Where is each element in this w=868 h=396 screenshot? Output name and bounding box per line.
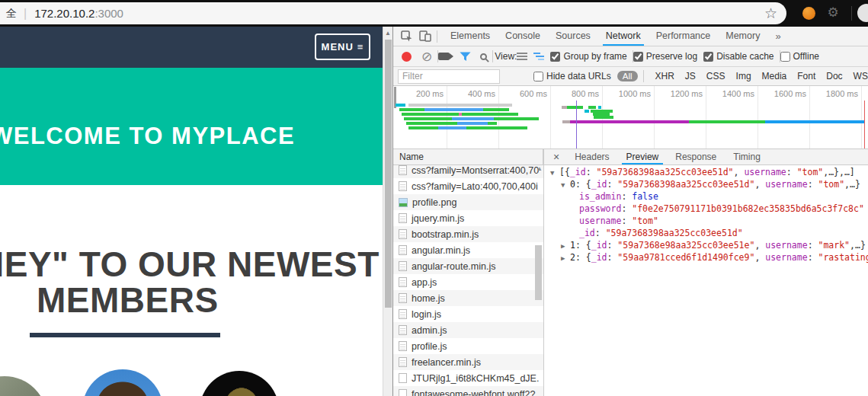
tab-console[interactable]: Console xyxy=(498,27,548,46)
tab-network[interactable]: Network xyxy=(598,27,649,46)
name-column-header[interactable]: Name xyxy=(393,149,543,165)
filter-type-css[interactable]: CSS xyxy=(706,71,725,81)
search-icon[interactable] xyxy=(480,53,487,60)
filter-all-pill[interactable]: All xyxy=(617,71,638,81)
document-file-icon xyxy=(399,341,407,351)
extension-icon[interactable] xyxy=(802,7,815,20)
tick-label: 1600 ms xyxy=(764,89,806,98)
tick-label: 600 ms xyxy=(504,89,547,98)
gear-icon[interactable]: ⚙ xyxy=(825,5,841,21)
tab-memory[interactable]: Memory xyxy=(718,27,767,46)
tab-performance[interactable]: Performance xyxy=(649,27,719,46)
address-bar[interactable]: 全 | 172.20.10.2 :3000 ☆ xyxy=(0,2,786,24)
network-request-row[interactable]: profile.png xyxy=(393,194,543,210)
network-request-row[interactable]: angular.min.js xyxy=(393,242,543,258)
more-tabs-chevron-icon[interactable]: » xyxy=(767,27,788,46)
menu-button[interactable]: MENU ≡ xyxy=(315,34,370,60)
offline-checkbox[interactable]: Offline xyxy=(780,51,819,62)
member-avatar-1[interactable] xyxy=(0,376,47,396)
network-request-row[interactable]: app.js xyxy=(393,274,543,290)
network-request-row[interactable]: admin.js xyxy=(393,322,543,338)
bookmark-star-icon[interactable]: ☆ xyxy=(764,5,777,22)
disclosure-triangle-icon[interactable]: ▼ xyxy=(561,179,570,191)
json-tree-line[interactable]: ▶1: {_id: "59a7368e98aa325cc03ee51e", us… xyxy=(544,239,868,251)
filter-type-js[interactable]: JS xyxy=(685,71,696,81)
json-token-pln: : xyxy=(595,228,606,238)
browser-avatar[interactable] xyxy=(857,4,868,22)
detail-tab-response[interactable]: Response xyxy=(667,149,725,164)
json-tree-line[interactable]: ▼[{_id: "59a7368398aa325cc03ee51d", user… xyxy=(544,166,868,178)
filter-type-img[interactable]: Img xyxy=(736,71,751,81)
document-file-icon xyxy=(399,261,407,271)
filter-type-ws[interactable]: WS xyxy=(854,71,868,81)
document-file-icon xyxy=(399,293,407,303)
json-token-pln: : xyxy=(586,167,597,177)
waterfall-bar xyxy=(570,120,689,123)
network-request-row[interactable]: css?family=Lato:400,700,400i xyxy=(393,178,543,194)
member-avatar-3[interactable] xyxy=(200,371,279,396)
network-request-row[interactable]: login.js xyxy=(393,306,543,322)
page-scrollbar[interactable]: ▲ xyxy=(383,27,392,396)
close-icon[interactable]: × xyxy=(553,151,559,163)
json-token-str: "59a7368398aa325cc03ee51d" xyxy=(606,228,743,238)
json-token-key: is_admin xyxy=(579,191,621,202)
clear-icon[interactable]: ⊘ xyxy=(421,50,432,63)
network-request-row[interactable]: jquery.min.js xyxy=(393,210,543,226)
document-file-icon xyxy=(399,357,407,367)
filter-type-font[interactable]: Font xyxy=(797,71,815,81)
network-request-row[interactable]: profile.js xyxy=(393,338,543,354)
detail-tab-headers[interactable]: Headers xyxy=(566,149,617,164)
security-indicator[interactable]: 全 xyxy=(6,7,17,21)
json-tree-line[interactable]: ▶2: {_id: "59aa9781cced6f1d1490fce9", us… xyxy=(544,251,868,263)
page-scrollbar-thumb[interactable] xyxy=(385,40,392,308)
list-view-icon[interactable] xyxy=(517,53,527,54)
list-scrollbar-thumb[interactable] xyxy=(535,245,542,300)
hide-data-urls-checkbox[interactable]: Hide data URLs xyxy=(533,71,611,81)
device-toolbar-icon[interactable] xyxy=(419,30,431,43)
group-by-frame-checkbox[interactable]: Group by frame xyxy=(550,51,626,62)
network-filter-bar: Hide data URLs All XHRJSCSSImgMediaFontD… xyxy=(393,67,868,86)
waterfall-view-icon[interactable] xyxy=(533,52,544,61)
member-avatar-2[interactable] xyxy=(82,369,163,396)
disclosure-triangle-icon[interactable]: ▶ xyxy=(561,252,570,264)
disclosure-triangle-icon[interactable]: ▼ xyxy=(550,167,559,179)
record-icon[interactable] xyxy=(402,52,412,62)
detail-tab-timing[interactable]: Timing xyxy=(725,149,769,164)
network-request-row[interactable]: fontawesome-webfont.woff2? xyxy=(393,386,543,396)
json-token-str: "rastating" xyxy=(818,252,868,263)
filter-type-media[interactable]: Media xyxy=(762,71,787,81)
network-request-row[interactable]: home.js xyxy=(393,290,543,306)
column-seam xyxy=(544,100,549,148)
network-request-row[interactable]: bootstrap.min.js xyxy=(393,226,543,242)
tab-sources[interactable]: Sources xyxy=(548,27,598,46)
waterfall-bar xyxy=(408,126,438,129)
detail-tab-preview[interactable]: Preview xyxy=(618,149,668,164)
inspect-element-icon[interactable] xyxy=(400,30,412,43)
network-request-row[interactable]: JTURjlg1_i6t8kCHKm45_dJE. xyxy=(393,370,543,386)
column-divider[interactable] xyxy=(543,149,544,396)
filter-type-doc[interactable]: Doc xyxy=(826,71,842,81)
url-host[interactable]: 172.20.10.2 xyxy=(34,7,94,20)
waterfall-bar xyxy=(594,116,613,119)
tab-elements[interactable]: Elements xyxy=(443,27,498,46)
network-request-row[interactable]: angular-route.min.js xyxy=(393,258,543,274)
screenshot-camera-icon[interactable] xyxy=(438,53,450,60)
network-request-row[interactable]: freelancer.min.js xyxy=(393,354,543,370)
waterfall-bar xyxy=(462,113,518,116)
network-overview-timeline[interactable]: 200 ms400 ms600 ms800 ms1000 ms1200 ms14… xyxy=(393,86,868,149)
filter-type-xhr[interactable]: XHR xyxy=(655,71,674,81)
filter-funnel-icon[interactable] xyxy=(459,50,471,62)
url-port[interactable]: :3000 xyxy=(94,7,123,20)
json-tree-line[interactable]: ▼0: {_id: "59a7368398aa325cc03ee51d", us… xyxy=(544,178,868,190)
domcontentloaded-marker xyxy=(576,101,577,148)
preserve-log-checkbox[interactable]: Preserve log xyxy=(633,51,697,62)
filter-input[interactable] xyxy=(398,69,500,84)
hero-title: WELCOME TO MYPLACE xyxy=(0,123,295,150)
site-navbar: MENU ≡ xyxy=(0,27,383,68)
json-token-pln: [{ xyxy=(559,167,570,177)
disclosure-triangle-icon[interactable]: ▶ xyxy=(561,240,570,252)
waterfall-bar xyxy=(562,106,567,109)
scroll-up-icon[interactable]: ▲ xyxy=(385,30,391,37)
list-scroll-up-icon[interactable]: ▲ xyxy=(536,165,543,172)
disable-cache-checkbox[interactable]: Disable cache xyxy=(703,51,774,62)
